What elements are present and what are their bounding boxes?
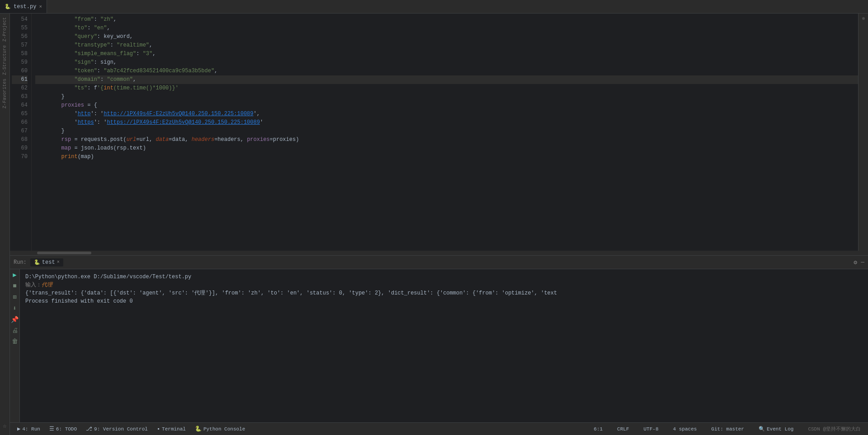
charset[interactable]: UTF-8 (640, 426, 662, 433)
tab-filename: test.py (14, 4, 36, 10)
scrollbar-thumb[interactable] (37, 252, 91, 254)
run-output-line: {'trans_result': {'data': [{'dst': 'agen… (25, 289, 863, 297)
toolbar-version-control[interactable]: ⎇ 9: Version Control (82, 425, 151, 433)
run-play-icon[interactable]: ▶ (13, 271, 16, 279)
run-label: Run: (14, 259, 27, 266)
position-indicator: 6:1 (590, 426, 606, 433)
event-log[interactable]: 🔍 Event Log (755, 425, 797, 433)
editor-wrapper: 5455565758596061626364656667686970 "from… (10, 14, 868, 435)
editor-right-scrollbar[interactable] (858, 14, 868, 251)
python-file-icon: 🐍 (5, 4, 11, 9)
run-pin-icon[interactable]: 📌 (11, 316, 19, 323)
event-log-icon: 🔍 (759, 426, 765, 432)
run-panel: Run: 🐍 test × ⚙ — ▶ ■ ⊞ ⬇ 📌 (10, 255, 868, 422)
bottom-toolbar: ▶ 4: Run ☰ 6: TODO ⎇ 9: Version Control … (10, 422, 868, 435)
run-icon: ▶ (17, 426, 20, 432)
indent[interactable]: 4 spaces (670, 426, 701, 433)
run-output-line: 输入：代理 (25, 281, 863, 289)
toolbar-python-console[interactable]: 🐍 Python Console (191, 425, 249, 433)
code-content[interactable]: "from": "zh", "to": "en", "query": key_w… (32, 14, 858, 251)
toolbar-todo[interactable]: ☰ 6: TODO (46, 425, 80, 433)
git-branch[interactable]: Git: master (708, 426, 748, 433)
left-sidebar: Z-Project Z-Structure Z-Favorites ☆ (0, 14, 10, 435)
terminal-icon: ▪ (157, 426, 160, 432)
toolbar-run[interactable]: ▶ 4: Run (14, 425, 44, 433)
main-area: Z-Project Z-Structure Z-Favorites ☆ 5455… (0, 14, 868, 435)
run-settings-icon[interactable]: ⚙ (854, 259, 857, 266)
run-content[interactable]: D:\Python\python.exe D:/Sublime/vscode/T… (20, 269, 868, 422)
run-minimize-icon[interactable]: — (861, 259, 864, 266)
run-delete-icon[interactable]: 🗑 (12, 338, 18, 345)
vc-label: 9: Version Control (94, 426, 148, 432)
python-console-label: Python Console (203, 426, 245, 432)
run-tab[interactable]: 🐍 test × (30, 258, 63, 267)
run-body: ▶ ■ ⊞ ⬇ 📌 🖨 🗑 D:\Python\python.exe D:/Su… (10, 269, 868, 422)
sidebar-item-favorites[interactable]: Z-Favorites (2, 77, 7, 110)
run-output-line: Process finished with exit code 0 (25, 297, 863, 305)
toolbar-terminal[interactable]: ▪ Terminal (153, 425, 189, 433)
python-console-icon: 🐍 (195, 426, 202, 432)
vc-icon: ⎇ (86, 426, 92, 432)
watermark: CSDN @坚持不懈的大白 (804, 425, 864, 433)
sidebar-item-project[interactable]: Z-Project (2, 15, 7, 43)
sidebar-item-structure[interactable]: Z-Structure (2, 43, 7, 77)
event-log-label: Event Log (767, 426, 793, 432)
file-tab[interactable]: 🐍 test.py × (0, 0, 47, 13)
line-ending[interactable]: CRLF (613, 426, 632, 433)
run-tab-icon: 🐍 (34, 259, 40, 265)
line-numbers: 5455565758596061626364656667686970 (10, 14, 32, 251)
run-print-icon[interactable]: 🖨 (12, 327, 18, 334)
run-tab-name: test (42, 259, 55, 266)
run-label-text: 4: Run (22, 426, 40, 432)
status-right: 6:1 CRLF UTF-8 4 spaces Git: master 🔍 Ev… (590, 425, 864, 433)
bookmark-icon[interactable]: ☆ (3, 420, 6, 431)
run-output-line: D:\Python\python.exe D:/Sublime/vscode/T… (25, 273, 863, 281)
run-panel-header: Run: 🐍 test × ⚙ — (10, 256, 868, 269)
run-sidebar: ▶ ■ ⊞ ⬇ 📌 🖨 🗑 (10, 269, 20, 422)
tab-close-button[interactable]: × (39, 4, 42, 9)
horizontal-scrollbar[interactable] (10, 251, 868, 255)
run-stop-icon[interactable]: ■ (13, 282, 16, 290)
terminal-label: Terminal (162, 426, 186, 432)
run-group-icon[interactable]: ⊞ (13, 293, 16, 301)
editor-area[interactable]: 5455565758596061626364656667686970 "from… (10, 14, 868, 251)
run-down-icon[interactable]: ⬇ (13, 304, 16, 312)
run-tab-close[interactable]: × (57, 260, 60, 265)
run-header-right: ⚙ — (854, 259, 864, 266)
tab-bar: 🐍 test.py × (0, 0, 868, 14)
todo-icon: ☰ (49, 426, 54, 432)
todo-label: 6: TODO (56, 426, 77, 432)
